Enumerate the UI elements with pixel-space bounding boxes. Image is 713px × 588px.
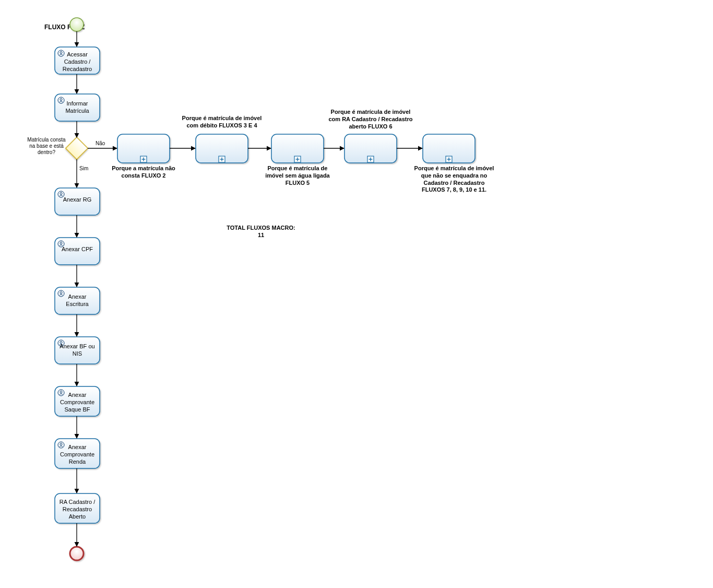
edge-label-nao: Não — [96, 140, 105, 146]
task-label: Acessar Cadastro / Recadastro — [57, 51, 98, 73]
subprocess-fluxo5 — [271, 134, 324, 163]
task-label: Anexar Comprovante Renda — [57, 444, 98, 465]
subprocess-marker-icon — [446, 156, 452, 162]
task-label: Anexar RG — [57, 196, 98, 204]
task-anexar-comp-renda: Anexar Comprovante Renda — [55, 439, 100, 468]
task-anexar-rg: Anexar RG — [55, 188, 100, 215]
svg-rect-7 — [66, 137, 88, 159]
subprocess-label: Porque é matrícula de imóvel com débito … — [177, 115, 266, 133]
task-anexar-bf-nis: Anexar BF ou NIS — [55, 337, 100, 364]
task-label: Anexar Comprovante Saque BF — [57, 392, 98, 413]
subprocess-label: Porque é matrícula de imóvel sem água li… — [261, 165, 334, 188]
task-label: Informar Matrícula — [57, 100, 98, 115]
start-event — [70, 18, 84, 31]
task-informar-matricula: Informar Matrícula — [55, 94, 100, 121]
task-label: RA Cadastro / Recadastro Aberto — [57, 499, 98, 520]
gateway-label: Matrícula consta na base e está dentro? — [26, 137, 67, 160]
task-acessar-cadastro: Acessar Cadastro / Recadastro — [55, 47, 100, 74]
subprocess-fluxos-7-11 — [423, 134, 475, 163]
subprocess-label: Porque é matrícula de imóvel com RA Cada… — [326, 109, 415, 133]
task-anexar-comp-saque: Anexar Comprovante Saque BF — [55, 386, 100, 416]
subprocess-marker-icon — [140, 156, 147, 162]
task-ra-aberto: RA Cadastro / Recadastro Aberto — [55, 493, 100, 523]
subprocess-marker-icon — [367, 156, 374, 162]
subprocess-marker-icon — [219, 156, 225, 162]
task-anexar-cpf: Anexar CPF — [55, 238, 100, 265]
subprocess-label: Porque é matrícula de imóvel que não se … — [412, 165, 496, 196]
note-total-fluxos: TOTAL FLUXOS MACRO: 11 — [224, 225, 298, 242]
subprocess-fluxos-3-4 — [196, 134, 248, 163]
task-label: Anexar CPF — [57, 246, 98, 253]
gateway-matricula — [66, 137, 88, 159]
subprocess-label: Porque a matrícula não consta FLUXO 2 — [110, 165, 177, 186]
subprocess-marker-icon — [294, 156, 301, 162]
subprocess-fluxo6 — [344, 134, 397, 163]
edge-label-sim: Sim — [79, 166, 88, 171]
task-label: Anexar Escritura — [57, 293, 98, 308]
end-event — [70, 547, 84, 560]
task-label: Anexar BF ou NIS — [57, 343, 98, 358]
subprocess-fluxo2 — [117, 134, 170, 163]
bpmn-diagram: FLUXO FELIZ Acessar Cadastro / Recadastr… — [0, 0, 713, 588]
task-anexar-escritura: Anexar Escritura — [55, 287, 100, 314]
